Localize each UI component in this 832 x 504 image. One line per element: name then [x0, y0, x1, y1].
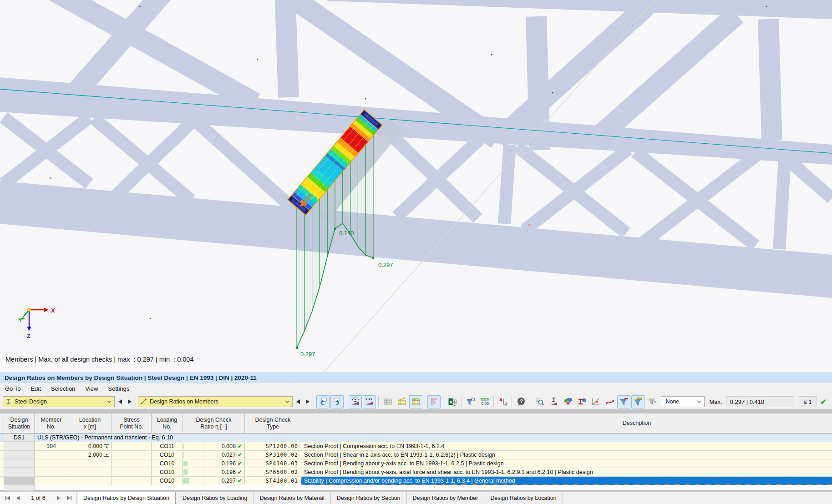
- previous-result-category-button[interactable]: [294, 396, 302, 407]
- result-diagram-panel-toggle[interactable]: [427, 395, 441, 408]
- table-with-diagram-button[interactable]: [395, 395, 408, 408]
- transparency-filter-button[interactable]: [645, 395, 659, 408]
- description-cell[interactable]: Section Proof | Shear in z-axis acc. to …: [301, 451, 832, 459]
- show-results-toggle[interactable]: [349, 395, 362, 408]
- show-result-location-in-graphic-button[interactable]: [330, 395, 344, 408]
- show-result-values-toggle[interactable]: x.xx: [363, 395, 376, 408]
- last-table-button[interactable]: [64, 493, 74, 503]
- description-cell[interactable]: Stability | Compression and/or bending a…: [301, 477, 832, 485]
- menu-selection[interactable]: Selection: [46, 384, 80, 393]
- column-header-design-check-type[interactable]: Design CheckType: [245, 413, 301, 433]
- column-header-description[interactable]: Description: [301, 413, 832, 433]
- first-table-button[interactable]: [3, 493, 13, 503]
- location-cell[interactable]: 2.000▼: [68, 451, 112, 459]
- delete-results-button[interactable]: [496, 395, 509, 408]
- design-details-button[interactable]: [547, 395, 560, 408]
- table-filter-settings-button[interactable]: [464, 395, 477, 408]
- member-no-cell[interactable]: 104: [35, 442, 68, 450]
- column-header-stress-point-no[interactable]: StressPoint No.: [112, 413, 152, 433]
- row-header-cell[interactable]: [4, 468, 35, 476]
- color-scale-settings-button[interactable]: i: [561, 395, 574, 408]
- show-selection-in-graphic-button[interactable]: [316, 395, 330, 408]
- stress-point-cell[interactable]: [112, 451, 152, 459]
- stress-point-cell[interactable]: [112, 477, 152, 485]
- table-colored-rows-toggle[interactable]: [409, 395, 422, 408]
- menu-edit[interactable]: Edit: [25, 384, 46, 393]
- tab-design-ratios-by-design-situation[interactable]: Design Ratios by Design Situation: [77, 492, 176, 504]
- table-row[interactable]: 2.000▼ CO10 0.027✔ SP3100.02 Section Pro…: [0, 451, 832, 459]
- design-situation-description[interactable]: ULS (STR/GEO) - Permanent and transient …: [35, 433, 832, 442]
- next-design-case-button[interactable]: [125, 396, 134, 407]
- column-header-member-no[interactable]: MemberNo.: [35, 413, 68, 433]
- member-no-cell[interactable]: [35, 477, 68, 485]
- loading-cell[interactable]: CO10: [152, 468, 183, 476]
- filter-design-checks-toggle[interactable]: [617, 395, 630, 408]
- member-no-cell[interactable]: [35, 451, 68, 459]
- next-table-button[interactable]: [54, 493, 64, 503]
- find-in-table-button[interactable]: [533, 395, 546, 408]
- ratio-cell[interactable]: 0.196✔: [183, 468, 245, 476]
- ratio-cell[interactable]: 0.008✔: [183, 442, 245, 450]
- stress-point-cell[interactable]: [112, 442, 152, 450]
- result-table-plain-button[interactable]: [381, 395, 394, 408]
- previous-table-button[interactable]: [13, 493, 23, 503]
- loading-cell[interactable]: CO11: [152, 442, 183, 450]
- menu-go-to[interactable]: Go To: [0, 384, 25, 393]
- loading-cell[interactable]: CO10: [152, 451, 183, 459]
- table-row[interactable]: CO10 0.297✔ ST4100.01 Stability | Compre…: [0, 477, 832, 485]
- description-cell[interactable]: Section Proof | Bending about y-axis, ax…: [301, 468, 832, 476]
- menu-view[interactable]: View: [80, 384, 103, 393]
- visibility-mode-combobox[interactable]: None: [661, 396, 705, 407]
- previous-design-case-button[interactable]: [116, 396, 124, 407]
- column-header-loading-no[interactable]: LoadingNo.: [152, 413, 183, 433]
- row-header-cell[interactable]: [4, 442, 35, 450]
- member-result-diagram-button[interactable]: [603, 395, 616, 408]
- check-type-cell[interactable]: SP1200.00: [245, 442, 301, 450]
- design-situation-cell[interactable]: DS1: [4, 433, 35, 442]
- design-case-combobox[interactable]: Steel Design: [3, 396, 115, 407]
- loading-cell[interactable]: CO10: [152, 477, 183, 485]
- decimal-places-button[interactable]: 0,00: [478, 395, 491, 408]
- stress-point-cell[interactable]: [112, 459, 152, 468]
- location-cell[interactable]: [68, 468, 112, 476]
- column-header-location-x-m[interactable]: Locationx [m]: [68, 413, 112, 433]
- tab-design-ratios-by-material[interactable]: Design Ratios by Material: [254, 492, 330, 504]
- loading-cell[interactable]: CO10: [152, 459, 183, 468]
- utilization-chart-button[interactable]: [589, 395, 602, 408]
- result-category-combobox[interactable]: I Design Ratios on Members: [138, 396, 293, 407]
- location-cell[interactable]: [68, 477, 112, 485]
- section-info-button[interactable]: i: [575, 395, 588, 408]
- row-header-cell[interactable]: [4, 477, 35, 485]
- stress-point-cell[interactable]: [112, 468, 152, 476]
- tab-design-ratios-by-location[interactable]: Design Ratios by Location: [484, 492, 563, 504]
- location-cell[interactable]: [68, 459, 112, 468]
- table-row[interactable]: CO10 0.196✔ SP4100.03 Section Proof | Be…: [0, 459, 832, 468]
- column-header-design-situation[interactable]: DesignSituation: [4, 413, 35, 433]
- member-no-cell[interactable]: [35, 468, 68, 476]
- member-no-cell[interactable]: [35, 459, 68, 468]
- check-type-cell[interactable]: SP6500.02: [245, 468, 301, 476]
- description-cell[interactable]: Section Proof | Bending about y-axis acc…: [301, 459, 832, 468]
- tab-design-ratios-by-section[interactable]: Design Ratios by Section: [331, 492, 407, 504]
- model-3d-view[interactable]: 0.2970.1400.297 X Y Z: [0, 0, 832, 372]
- ratio-cell[interactable]: 0.297✔: [183, 477, 245, 485]
- tab-design-ratios-by-loading[interactable]: Design Ratios by Loading: [177, 492, 254, 504]
- check-type-cell[interactable]: SP3100.02: [245, 451, 301, 459]
- filter-members-toggle[interactable]: [631, 395, 644, 408]
- check-type-cell[interactable]: ST4100.01: [245, 477, 301, 485]
- next-result-category-button[interactable]: [303, 396, 312, 407]
- export-excel-button[interactable]: X: [446, 395, 459, 408]
- table-row[interactable]: 104 0.000▲ CO11 0.008✔ SP1200.00 Section…: [0, 442, 832, 451]
- location-cell[interactable]: 0.000▲: [68, 442, 112, 450]
- description-cell[interactable]: Section Proof | Compression acc. to EN 1…: [301, 442, 832, 450]
- help-button[interactable]: ?: [514, 395, 528, 408]
- row-header-cell[interactable]: [4, 459, 35, 468]
- check-type-cell[interactable]: SP4100.03: [245, 459, 301, 468]
- ratio-cell[interactable]: 0.196✔: [183, 459, 245, 468]
- ratio-cell[interactable]: 0.027✔: [183, 451, 245, 459]
- row-header-cell[interactable]: [4, 451, 35, 459]
- table-row[interactable]: CO10 0.196✔ SP6500.02 Section Proof | Be…: [0, 468, 832, 477]
- group-row[interactable]: DS1 ULS (STR/GEO) - Permanent and transi…: [0, 433, 832, 442]
- tab-design-ratios-by-member[interactable]: Design Ratios by Member: [407, 492, 485, 504]
- menu-settings[interactable]: Settings: [103, 384, 134, 393]
